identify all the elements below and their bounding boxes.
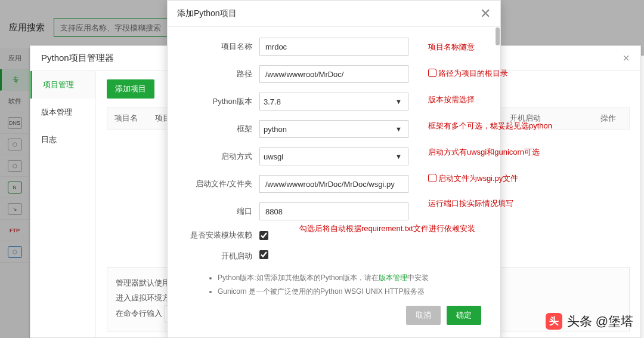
annotation-path: 路径为项目的根目录	[438, 68, 508, 79]
side-icon[interactable]: FTP	[0, 220, 29, 241]
annotation-startfile: 启动文件为wsgi.py文件	[438, 173, 518, 184]
sidebar-soft[interactable]: 软件	[0, 91, 29, 112]
annotation-box-icon	[428, 69, 436, 77]
annotation-framework: 框架有多个可选，稳妥起见选python	[428, 121, 552, 131]
col-op: 操作	[587, 113, 629, 124]
label-name: 项目名称	[182, 41, 259, 52]
startfile-input[interactable]	[259, 175, 408, 193]
install-deps-checkbox[interactable]	[259, 231, 268, 240]
tab-log[interactable]: 日志	[30, 126, 95, 153]
annotation-pyver: 版本按需选择	[428, 94, 475, 105]
note-line: Gunicorn 是一个被广泛使用的的Python WSGI UNIX HTTP…	[218, 285, 486, 299]
side-icon[interactable]: ⬡	[0, 241, 29, 263]
toutiao-logo-icon: 头	[546, 313, 562, 330]
cancel-button[interactable]: 取消	[406, 306, 441, 325]
project-name-input[interactable]	[259, 38, 408, 56]
label-framework: 框架	[182, 124, 259, 134]
port-input[interactable]	[259, 202, 408, 220]
chevron-down-icon: ▼	[395, 153, 404, 160]
side-icon[interactable]: ⬡	[0, 134, 29, 155]
panel-title: Python项目管理器	[41, 53, 114, 64]
search-label: 应用搜索	[9, 22, 45, 33]
add-project-button[interactable]: 添加项目	[107, 79, 154, 99]
sidebar-app[interactable]: 应用	[0, 48, 29, 69]
annotation-box-icon	[428, 174, 436, 182]
label-startfile: 启动文件/文件夹	[182, 179, 259, 189]
tab-project[interactable]: 项目管理	[30, 71, 95, 99]
python-version-select[interactable]: 3.7.8▼	[259, 93, 408, 110]
side-icon[interactable]: ↘	[0, 198, 29, 220]
annotation-start: 启动方式有uwsgi和gunicorn可选	[428, 147, 540, 158]
version-manage-link[interactable]: 版本管理	[379, 274, 407, 282]
side-icon[interactable]: DNS	[0, 112, 29, 134]
project-path-input[interactable]	[259, 65, 408, 83]
chevron-down-icon: ▼	[395, 125, 404, 133]
label-pyver: Python版本	[182, 96, 259, 107]
modal-footer: 取消 确定	[182, 306, 486, 331]
panel-side-tabs: 项目管理 版本管理 日志	[30, 71, 96, 337]
watermark-text: 头条 @堡塔	[567, 313, 633, 330]
annotation-port: 运行端口按实际情况填写	[428, 198, 513, 209]
watermark: 头 头条 @堡塔	[546, 313, 633, 330]
boot-checkbox[interactable]	[259, 250, 268, 259]
side-icon[interactable]: ⬡	[0, 155, 29, 177]
sidebar-special[interactable]: 专	[0, 69, 29, 91]
framework-select[interactable]: python▼	[259, 120, 408, 138]
close-icon[interactable]: ✕	[480, 6, 491, 21]
modal-title: 添加Python项目	[177, 8, 237, 19]
side-icon[interactable]: N	[0, 177, 29, 198]
tab-version[interactable]: 版本管理	[30, 99, 95, 126]
startup-method-select[interactable]: uwsgi▼	[259, 148, 408, 165]
label-start: 启动方式	[182, 151, 259, 162]
ok-button[interactable]: 确定	[447, 306, 481, 325]
annotation-deps: 勾选后将自动根据requirement.txt文件进行依赖安装	[299, 223, 475, 234]
close-icon[interactable]: ×	[623, 51, 630, 65]
chevron-down-icon: ▼	[395, 98, 404, 105]
col-name: 项目名	[107, 113, 155, 124]
label-deps: 是否安装模块依赖	[182, 230, 259, 241]
note-line: Python版本:如需添加其他版本的Python版本，请在版本管理中安装	[218, 271, 486, 285]
modal-notes: Python版本:如需添加其他版本的Python版本，请在版本管理中安装 Gun…	[207, 271, 486, 299]
bg-sidebar: 应用 专 软件 DNS ⬡ ⬡ N ↘ FTP ⬡	[0, 48, 30, 338]
label-path: 路径	[182, 69, 259, 79]
label-boot: 开机启动	[182, 251, 259, 262]
annotation-name: 项目名称随意	[428, 42, 475, 53]
modal-header: 添加Python项目 ✕	[168, 1, 500, 27]
label-port: 端口	[182, 206, 259, 217]
